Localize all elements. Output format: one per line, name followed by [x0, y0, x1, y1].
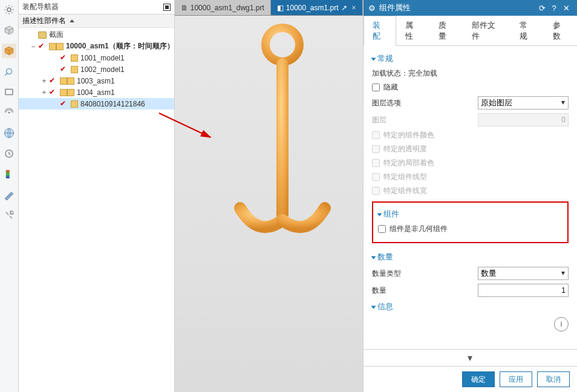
expand-toggle[interactable]: +	[41, 88, 48, 97]
svg-rect-1	[5, 90, 13, 95]
gradient-icon[interactable]	[2, 167, 16, 181]
row-specific-color: 特定的组件颜色	[372, 128, 569, 142]
info-icon[interactable]: i	[554, 317, 569, 332]
assembly-navigator: 装配导航器 描述性部件名 - 截面 − 10000_asm1（顺序：时间顺序） …	[19, 0, 175, 392]
tab-mass[interactable]: 质量	[429, 16, 463, 46]
row-specific-partial: 特定的局部着色	[372, 156, 569, 170]
close-tab-icon[interactable]: ×	[350, 4, 356, 12]
check-icon[interactable]	[38, 42, 47, 51]
row-specific-trans: 特定的透明度	[372, 142, 569, 156]
part-icon	[71, 100, 78, 108]
sort-asc-icon	[70, 19, 74, 22]
gear-icon: ⚙	[368, 4, 376, 13]
navigator-title: 装配导航器	[22, 2, 59, 12]
tree-node[interactable]: + 1004_asm1	[19, 87, 174, 98]
part-icon	[67, 89, 74, 96]
tree-node[interactable]: + 1003_asm1	[19, 75, 174, 87]
row-layer-option: 图层选项	[372, 94, 569, 111]
part-tab-icon: ◧	[277, 4, 284, 12]
properties-footer: 确定 应用 取消	[363, 366, 577, 392]
section-info[interactable]: 信息	[372, 299, 569, 315]
tab-general[interactable]: 常规	[510, 16, 544, 46]
non-geometric-checkbox[interactable]	[378, 225, 386, 233]
hidden-checkbox[interactable]	[372, 83, 380, 91]
tree-node[interactable]: + 1001_model1	[19, 52, 174, 64]
globe-icon[interactable]	[2, 126, 16, 140]
broadcast-icon[interactable]	[2, 105, 16, 120]
tab-partfile[interactable]: 部件文件	[463, 16, 511, 46]
column-label: 描述性部件名	[22, 16, 66, 26]
qty-type-select[interactable]	[478, 267, 569, 280]
tab-attributes[interactable]: 属性	[396, 16, 429, 46]
apply-button[interactable]: 应用	[500, 371, 532, 387]
layer-option-select[interactable]	[478, 96, 569, 109]
row-hidden: 隐藏	[372, 80, 569, 94]
tools-icon[interactable]	[2, 208, 16, 223]
history-icon[interactable]	[2, 146, 16, 161]
checkbox	[372, 187, 380, 195]
panel-title: 组件属性	[379, 2, 411, 13]
refresh-icon[interactable]: ⟳	[536, 4, 548, 13]
close-icon[interactable]: ✕	[560, 4, 572, 13]
checkbox	[372, 131, 380, 139]
document-tab[interactable]: 🗎 10000_asm1_dwg1.prt	[175, 0, 271, 15]
tab-parameters[interactable]: 参数	[544, 16, 577, 46]
part-icon	[49, 43, 56, 50]
section-component[interactable]: 组件	[378, 206, 562, 222]
properties-panel: ⚙ 组件属性 ⟳ ? ✕ 装配 属性 质量 部件文件 常规 参数 常规 加载状态…	[363, 0, 577, 392]
row-non-geometric: 组件是非几何组件	[378, 222, 562, 236]
svg-rect-5	[6, 170, 10, 178]
help-icon[interactable]: ?	[548, 4, 560, 13]
collapse-handle[interactable]: ▾	[363, 349, 577, 366]
navigator-title-bar: 装配导航器	[19, 0, 174, 15]
row-qty: 数量	[372, 282, 569, 299]
part-icon	[71, 54, 78, 62]
section-quantity[interactable]: 数量	[372, 249, 569, 265]
part-icon	[56, 43, 64, 50]
checkbox	[372, 173, 380, 181]
assembly-tree: - 截面 − 10000_asm1（顺序：时间顺序） + 1001_model1…	[19, 28, 174, 392]
drawing-tab-icon: 🗎	[181, 4, 188, 12]
measure-icon[interactable]	[2, 188, 16, 202]
check-icon[interactable]	[49, 88, 57, 97]
highlight-box: 组件 组件是非几何组件	[372, 201, 569, 243]
row-qty-type: 数量类型	[372, 265, 569, 282]
collapse-toggle[interactable]: −	[30, 42, 37, 51]
navigator-collapse-icon[interactable]	[163, 4, 171, 11]
cube-icon[interactable]	[2, 23, 16, 38]
checkbox	[372, 145, 380, 153]
row-layer: 图层 0	[372, 111, 569, 128]
part-icon	[71, 66, 78, 73]
document-tabs: 🗎 10000_asm1_dwg1.prt ◧ 10000_asm1.prt ↗…	[175, 0, 363, 16]
box-icon[interactable]	[2, 85, 16, 99]
row-specific-linetype: 特定组件线型	[372, 170, 569, 184]
ok-button[interactable]: 确定	[462, 371, 495, 387]
check-icon[interactable]	[60, 54, 68, 62]
check-icon[interactable]	[49, 77, 57, 85]
section-general[interactable]: 常规	[372, 51, 569, 67]
navigator-column-header[interactable]: 描述性部件名	[19, 15, 174, 28]
tab-assembly[interactable]: 装配	[363, 16, 397, 46]
properties-body: 常规 加载状态：完全加载 隐藏 图层选项 图层 0 特定的组件颜色 特定的透明度…	[363, 46, 577, 349]
tree-node[interactable]: + 1002_model1	[19, 64, 174, 75]
constraint-icon[interactable]	[2, 64, 16, 79]
row-specific-linewidth: 特定组件线宽	[372, 184, 569, 198]
row-load-state: 加载状态：完全加载	[372, 67, 569, 80]
assembly-icon[interactable]	[2, 44, 16, 58]
tree-node-selected[interactable]: + 8408010914121846	[19, 98, 174, 109]
cancel-button[interactable]: 取消	[537, 371, 570, 387]
document-tab-active[interactable]: ◧ 10000_asm1.prt ↗ ×	[271, 0, 363, 15]
3d-viewport[interactable]	[175, 16, 363, 392]
svg-point-6	[266, 28, 299, 62]
expand-toggle[interactable]: +	[41, 77, 48, 85]
tree-node-section[interactable]: - 截面	[19, 29, 174, 41]
properties-title-bar: ⚙ 组件属性 ⟳ ? ✕	[363, 0, 577, 16]
tree-node-assembly[interactable]: − 10000_asm1（顺序：时间顺序）	[19, 41, 174, 52]
part-icon	[60, 77, 67, 85]
layer-value: 0	[478, 113, 569, 126]
left-toolbar	[0, 0, 19, 392]
check-icon[interactable]	[60, 100, 68, 108]
check-icon[interactable]	[60, 65, 68, 74]
qty-input[interactable]	[478, 284, 569, 297]
settings-icon[interactable]	[2, 2, 16, 17]
